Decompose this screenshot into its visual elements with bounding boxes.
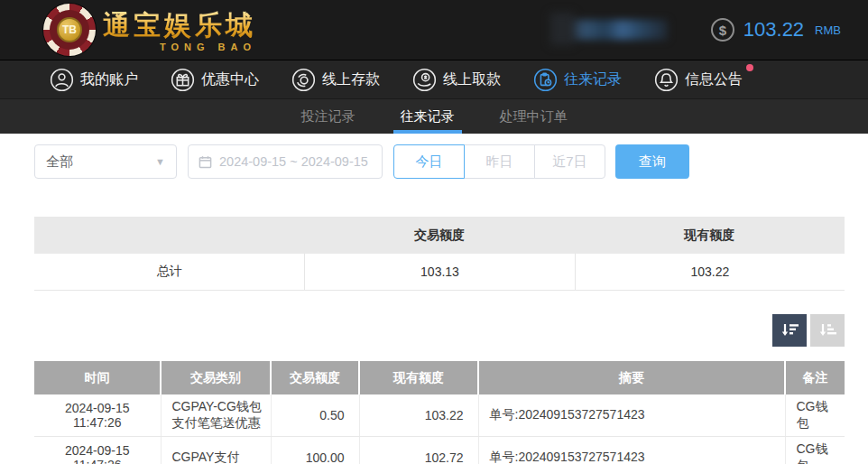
notification-dot — [746, 64, 753, 71]
nav-label: 信息公告 — [685, 70, 743, 89]
nav-item-announcements[interactable]: 信息公告 — [654, 68, 743, 92]
summary-header-transaction: 交易额度 — [304, 217, 574, 254]
sort-controls — [0, 314, 845, 347]
balance-currency: RMB — [815, 23, 841, 37]
records-table: 时间 交易类别 交易额度 现有额度 摘要 备注 2024-09-15 11:47… — [34, 361, 845, 464]
records-header-row: 时间 交易类别 交易额度 现有额度 摘要 备注 — [34, 361, 845, 394]
cell-type: CGPAY-CG钱包支付笔笔送优惠 — [161, 394, 271, 437]
cell-note: CG钱包 — [785, 437, 845, 464]
chevron-down-icon: ▼ — [155, 156, 165, 167]
header-note: 备注 — [785, 361, 845, 394]
summary-table: 交易额度 现有额度 总计 103.13 103.22 — [34, 217, 845, 291]
summary-balance-value: 103.22 — [575, 254, 845, 290]
tab-betting-records[interactable]: 投注记录 — [294, 99, 363, 134]
cell-summary: 单号:202409153727571423 — [478, 437, 785, 464]
summary-total-label: 总计 — [34, 254, 304, 290]
nav-item-transactions[interactable]: 往来记录 — [533, 68, 622, 92]
sort-ascending-icon — [817, 320, 838, 341]
dollar-coin-icon: $ — [711, 18, 734, 42]
type-select-value: 全部 — [46, 153, 73, 171]
summary-transaction-value: 103.13 — [304, 254, 574, 290]
brand-logo[interactable]: TB 通宝娱乐城 TONG BAO — [43, 4, 256, 56]
table-row: 2024-09-15 11:47:26 CGPAY-CG钱包支付笔笔送优惠 0.… — [34, 394, 845, 437]
cell-balance: 102.72 — [359, 437, 478, 464]
nav-item-promotions[interactable]: 优惠中心 — [171, 68, 259, 92]
type-select[interactable]: 全部 ▼ — [34, 144, 177, 179]
tab-processing-orders[interactable]: 处理中订单 — [493, 99, 575, 134]
user-icon — [50, 68, 74, 92]
cell-balance: 103.22 — [359, 394, 478, 437]
filter-bar: 全部 ▼ 2024-09-15 ~ 2024-09-15 今日 昨日 近7日 查… — [34, 144, 868, 179]
nav-label: 往来记录 — [564, 70, 622, 89]
deposit-icon — [291, 68, 316, 92]
bell-icon — [654, 68, 679, 92]
date-range-value: 2024-09-15 ~ 2024-09-15 — [219, 154, 368, 169]
poker-chip-icon: TB — [43, 4, 96, 56]
nav-item-withdraw[interactable]: 线上取款 — [412, 68, 501, 92]
header-amount: 交易额度 — [271, 361, 359, 394]
cell-time: 2024-09-15 11:47:26 — [34, 437, 161, 464]
cell-amount: 100.00 — [271, 437, 359, 464]
header-type: 交易类别 — [161, 361, 271, 394]
nav-label: 线上取款 — [443, 70, 501, 89]
summary-total-row: 总计 103.13 103.22 — [34, 254, 845, 291]
sort-descending-icon — [779, 320, 800, 341]
cell-note: CG钱包 — [785, 394, 845, 437]
brand-name-cn: 通宝娱乐城 — [103, 7, 256, 44]
chip-tb-label: TB — [57, 17, 82, 42]
nav-item-my-account[interactable]: 我的账户 — [50, 68, 138, 92]
brand-name-en: TONG BAO — [103, 42, 256, 52]
header-balance: 现有额度 — [359, 361, 478, 394]
quick-range-group: 今日 昨日 近7日 — [393, 144, 605, 179]
query-button[interactable]: 查询 — [615, 144, 689, 179]
nav-label: 优惠中心 — [201, 70, 259, 89]
withdraw-icon — [412, 68, 437, 92]
main-nav: 我的账户 优惠中心 线上存款 线上取款 往来记录 — [0, 60, 868, 99]
date-range-input[interactable]: 2024-09-15 ~ 2024-09-15 — [188, 144, 383, 179]
header-time: 时间 — [34, 361, 161, 394]
nav-label: 线上存款 — [322, 70, 380, 89]
quick-range-7days[interactable]: 近7日 — [534, 144, 605, 179]
cell-type: CGPAY支付 — [161, 437, 271, 464]
cell-time: 2024-09-15 11:47:26 — [34, 394, 161, 437]
cell-amount: 0.50 — [271, 394, 359, 437]
nav-label: 我的账户 — [80, 70, 138, 89]
quick-range-yesterday[interactable]: 昨日 — [464, 144, 535, 179]
table-row: 2024-09-15 11:47:26 CGPAY支付 100.00 102.7… — [34, 437, 845, 464]
quick-range-today[interactable]: 今日 — [393, 144, 465, 179]
gift-icon — [171, 68, 195, 92]
records-icon — [533, 68, 558, 92]
balance-amount: 103.22 — [743, 18, 804, 42]
calendar-icon — [199, 155, 212, 169]
summary-header-row: 交易额度 现有额度 — [34, 217, 845, 254]
sort-ascending-button[interactable] — [810, 314, 845, 347]
tab-transaction-records[interactable]: 往来记录 — [393, 99, 462, 134]
summary-header-empty — [34, 217, 304, 254]
cell-summary: 单号:202409153727571423 — [478, 394, 785, 437]
summary-header-balance: 现有额度 — [575, 217, 845, 254]
username-redacted — [567, 20, 668, 40]
header-summary: 摘要 — [478, 361, 785, 394]
top-bar: TB 通宝娱乐城 TONG BAO $ 103.22 RMB — [0, 0, 868, 60]
nav-item-deposit[interactable]: 线上存款 — [291, 68, 380, 92]
sort-descending-button[interactable] — [772, 314, 807, 347]
sub-nav: 投注记录 往来记录 处理中订单 — [0, 99, 868, 134]
balance-display[interactable]: $ 103.22 RMB — [711, 18, 841, 42]
